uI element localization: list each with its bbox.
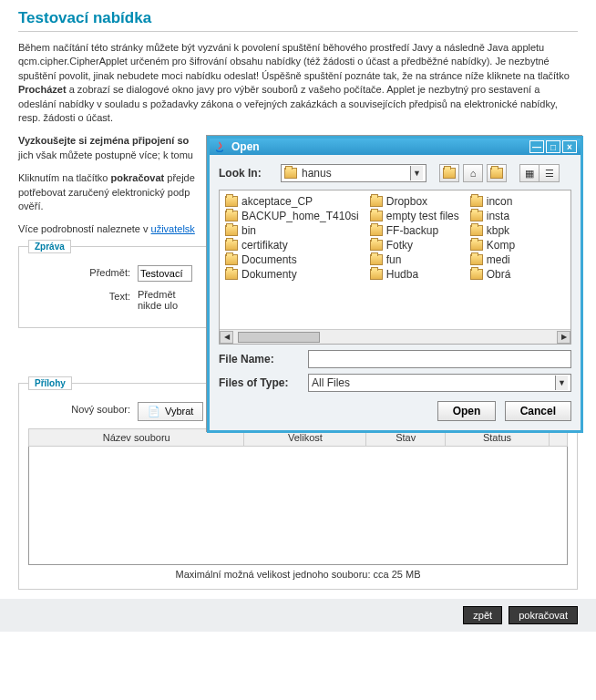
dialog-titlebar[interactable]: Open — □ × [210,139,581,155]
folder-icon [225,240,238,251]
text-value: Předmět nikde ulo [138,289,178,311]
text-label: Text: [28,289,138,302]
open-button[interactable]: Open [437,401,497,421]
folder-icon [370,225,383,236]
scroll-right-button[interactable]: ▶ [557,331,570,344]
file-item[interactable]: insta [470,209,515,223]
file-item-label: bin [241,224,256,237]
file-item-label: Obrá [487,268,511,281]
folder-icon [225,254,238,265]
filetype-label: Files of Type: [219,376,308,389]
file-table-body [28,447,568,565]
grid-icon: ▦ [525,168,534,180]
file-item[interactable]: Fotky [370,238,459,252]
chevron-down-icon[interactable]: ▼ [555,376,568,390]
folder-icon [370,196,383,207]
file-item-label: Dropbox [386,195,427,208]
folder-icon [470,196,483,207]
manual-link[interactable]: uživatelsk [151,223,195,234]
message-legend: Zpráva [28,240,71,253]
file-item[interactable]: Hudba [370,267,459,282]
file-item[interactable]: incon [470,194,515,209]
file-item-label: medi [487,253,510,266]
file-item[interactable]: empty test files [370,209,459,223]
file-item[interactable]: Komp [470,238,515,252]
lookin-combo[interactable]: hanus ▼ [281,164,426,182]
max-size-note: Maximální možná velikost jednoho souboru… [28,569,568,580]
up-folder-button[interactable] [439,164,459,182]
close-button[interactable]: × [562,140,577,153]
file-item-label: kbpk [487,224,509,237]
subject-label: Předmět: [28,265,138,278]
folder-icon [470,240,483,251]
file-item-label: Fotky [386,239,413,252]
filetype-combo[interactable]: All Files ▼ [308,374,571,392]
file-item-label: empty test files [386,210,459,222]
subject-input[interactable] [138,265,192,282]
page-title: Testovací nabídka [18,9,578,32]
file-item[interactable]: Obrá [470,267,515,282]
file-item-label: certifikaty [241,239,288,252]
folder-icon [470,269,483,280]
scroll-left-button[interactable]: ◀ [220,331,233,344]
folder-icon [225,269,238,280]
horizontal-scrollbar[interactable]: ◀ ▶ [220,329,570,344]
file-item-label: Dokumenty [241,268,297,281]
folder-icon [284,168,297,179]
folder-icon [225,225,238,236]
maximize-button[interactable]: □ [546,140,560,153]
folder-icon [225,196,238,207]
file-item-label: fun [386,253,402,266]
file-list[interactable]: akceptace_CPBACKUP_home_T410sibincertifi… [219,190,571,345]
file-item[interactable]: medi [470,252,515,267]
file-item-label: akceptace_CP [241,195,313,208]
file-item[interactable]: fun [370,252,459,267]
file-item-label: Komp [487,239,515,252]
details-view-button[interactable]: ☰ [539,164,560,182]
file-item-label: insta [487,210,509,222]
file-item-label: Hudba [386,268,418,281]
list-icon: ☰ [545,168,554,180]
file-item[interactable]: BACKUP_home_T410si [225,209,359,223]
file-item[interactable]: Documents [225,252,359,267]
select-file-button[interactable]: Vybrat [138,402,203,421]
cancel-button[interactable]: Cancel [505,401,571,421]
folder-icon [470,225,483,236]
folder-icon [370,269,383,280]
file-item-label: BACKUP_home_T410si [241,210,359,222]
folder-icon [470,254,483,265]
filetype-value: All Files [312,376,350,389]
continue-button[interactable]: pokračovat [509,606,578,624]
file-item-label: incon [487,195,513,208]
intro-paragraph: Během načítání této stránky můžete být v… [18,41,578,125]
file-item[interactable]: akceptace_CP [225,194,359,209]
file-item-label: FF-backup [386,224,438,237]
list-view-button[interactable]: ▦ [519,164,539,182]
minimize-button[interactable]: — [529,140,544,153]
file-item[interactable]: FF-backup [370,223,459,238]
file-item[interactable]: kbpk [470,223,515,238]
file-item[interactable]: Dokumenty [225,267,359,282]
file-item[interactable]: certifikaty [225,238,359,252]
lookin-label: Look In: [219,167,281,180]
chevron-down-icon[interactable]: ▼ [410,166,423,180]
scroll-thumb[interactable] [238,332,320,343]
java-icon [213,140,226,153]
filename-label: File Name: [219,353,308,365]
folder-icon [370,211,383,221]
home-button[interactable]: ⌂ [463,164,483,182]
new-folder-button[interactable] [487,164,507,182]
back-button[interactable]: zpět [463,606,502,624]
home-icon: ⌂ [470,168,477,179]
file-item[interactable]: bin [225,223,359,238]
file-item-label: Documents [241,253,297,266]
attachments-legend: Přílohy [28,376,72,390]
lookin-value: hanus [302,167,332,180]
new-file-label: Nový soubor: [28,402,138,415]
folder-icon [370,254,383,265]
filename-input[interactable] [308,350,571,368]
file-item[interactable]: Dropbox [370,194,459,209]
folder-icon [225,211,238,221]
dialog-title: Open [231,140,260,153]
file-open-dialog: Open — □ × Look In: hanus ▼ ⌂ ▦ ☰ akc [207,136,583,433]
